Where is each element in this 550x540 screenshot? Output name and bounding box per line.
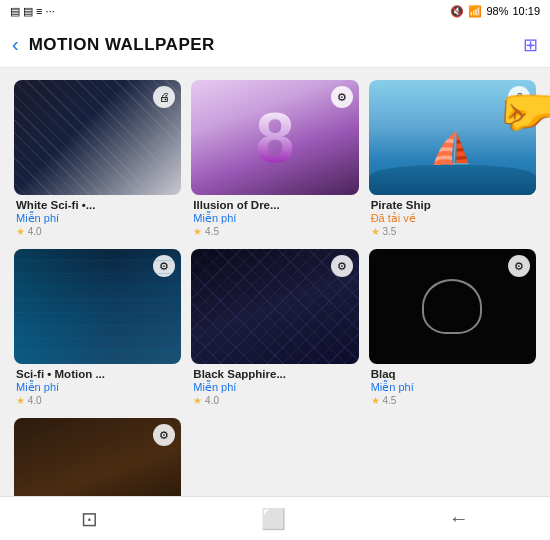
digit-8: 8 <box>256 103 295 173</box>
wallpaper-item[interactable]: ⚙ Black Sapphire... Miễn phí ★ 4.0 <box>191 249 358 408</box>
wallpaper-item[interactable]: ⚙ Blaq Miễn phí ★ 4.5 <box>369 249 536 408</box>
status-right-icons: 🔇 📶 98% 10:19 <box>450 5 540 18</box>
badge-icon: ⚙ <box>153 255 175 277</box>
wallpaper-info: White Sci-fi •... Miễn phí ★ 4.0 <box>14 195 181 239</box>
wallpaper-info: Illusion of Dre... Miễn phí ★ 4.5 <box>191 195 358 239</box>
wallpaper-item[interactable]: ⚙ Sci-fi • Motion ... Miễn phí ★ 4.0 <box>14 249 181 408</box>
recent-apps-button[interactable]: ⊡ <box>61 499 118 539</box>
header: ‹ MOTION WALLPAPER ⊞ <box>0 22 550 68</box>
bottom-nav: ⊡ ⬜ ← <box>0 496 550 540</box>
star-icon: ★ <box>371 226 380 237</box>
wallpaper-thumbnail[interactable]: ⚙ <box>14 249 181 364</box>
wallpaper-item[interactable]: ⚙ <box>14 418 181 496</box>
wallpaper-info: Blaq Miễn phí ★ 4.5 <box>369 364 536 408</box>
wallpaper-info: Pirate Ship Đã tải về ★ 3.5 <box>369 195 536 239</box>
content-area: 🖨 White Sci-fi •... Miễn phí ★ 4.0 8 ⚙ I… <box>0 68 550 496</box>
status-left-icons: ▤ ▤ ≡ ··· <box>10 5 55 18</box>
wallpaper-name: Black Sapphire... <box>193 368 356 380</box>
badge-icon: ⚙ <box>331 255 353 277</box>
wallpaper-thumbnail[interactable]: ⚙ <box>191 249 358 364</box>
badge-icon: ⚙ <box>153 424 175 446</box>
badge-icon: 🖨 <box>508 86 530 108</box>
back-button[interactable]: ‹ <box>12 33 19 56</box>
battery-label: 98% <box>486 5 508 17</box>
wallpaper-rating: ★ 4.0 <box>193 395 356 406</box>
wallpaper-item[interactable]: 8 ⚙ Illusion of Dre... Miễn phí ★ 4.5 <box>191 80 358 239</box>
wallpaper-rating: ★ 4.5 <box>371 395 534 406</box>
status-bar: ▤ ▤ ≡ ··· 🔇 📶 98% 10:19 <box>0 0 550 22</box>
waves <box>369 165 536 195</box>
wallpaper-rating: ★ 4.5 <box>193 226 356 237</box>
wallpaper-rating: ★ 4.0 <box>16 395 179 406</box>
status-icons: ▤ ▤ ≡ ··· <box>10 5 55 18</box>
wallpaper-thumbnail[interactable]: 🖨 <box>14 80 181 195</box>
signal-icon: 📶 <box>468 5 482 18</box>
wallpaper-thumbnail[interactable]: ⚙ <box>14 418 181 496</box>
wallpaper-name: White Sci-fi •... <box>16 199 179 211</box>
wallpaper-item[interactable]: ⛵ 🖨 Pirate Ship Đã tải về ★ 3.5 <box>369 80 536 239</box>
wallpaper-price: Miễn phí <box>193 381 356 394</box>
wallpaper-name: Sci-fi • Motion ... <box>16 368 179 380</box>
wallpaper-thumbnail[interactable]: ⛵ 🖨 <box>369 80 536 195</box>
star-icon: ★ <box>16 226 25 237</box>
wallpaper-name: Pirate Ship <box>371 199 534 211</box>
badge-icon: ⚙ <box>331 86 353 108</box>
volume-icon: 🔇 <box>450 5 464 18</box>
star-icon: ★ <box>16 395 25 406</box>
page-title: MOTION WALLPAPER <box>29 35 523 55</box>
wallpaper-name: Blaq <box>371 368 534 380</box>
badge-icon: 🖨 <box>153 86 175 108</box>
time-label: 10:19 <box>512 5 540 17</box>
wallpaper-rating: ★ 4.0 <box>16 226 179 237</box>
wallpaper-price: Đã tải về <box>371 212 534 225</box>
badge-icon: ⚙ <box>508 255 530 277</box>
wallpaper-thumbnail[interactable]: ⚙ <box>369 249 536 364</box>
wallpaper-price: Miễn phí <box>193 212 356 225</box>
home-button[interactable]: ⬜ <box>241 499 306 539</box>
wallpaper-grid: 🖨 White Sci-fi •... Miễn phí ★ 4.0 8 ⚙ I… <box>14 80 536 496</box>
wallpaper-price: Miễn phí <box>371 381 534 394</box>
grid-view-button[interactable]: ⊞ <box>523 34 538 56</box>
wallpaper-thumbnail[interactable]: 8 ⚙ <box>191 80 358 195</box>
wallpaper-item[interactable]: 🖨 White Sci-fi •... Miễn phí ★ 4.0 <box>14 80 181 239</box>
star-icon: ★ <box>193 226 202 237</box>
star-icon: ★ <box>371 395 380 406</box>
wallpaper-name: Illusion of Dre... <box>193 199 356 211</box>
wallpaper-price: Miễn phí <box>16 212 179 225</box>
wallpaper-price: Miễn phí <box>16 381 179 394</box>
wallpaper-info: Sci-fi • Motion ... Miễn phí ★ 4.0 <box>14 364 181 408</box>
back-nav-button[interactable]: ← <box>429 499 489 538</box>
star-icon: ★ <box>193 395 202 406</box>
wallpaper-info: Black Sapphire... Miễn phí ★ 4.0 <box>191 364 358 408</box>
hand-sketch <box>422 279 482 334</box>
wallpaper-rating: ★ 3.5 <box>371 226 534 237</box>
